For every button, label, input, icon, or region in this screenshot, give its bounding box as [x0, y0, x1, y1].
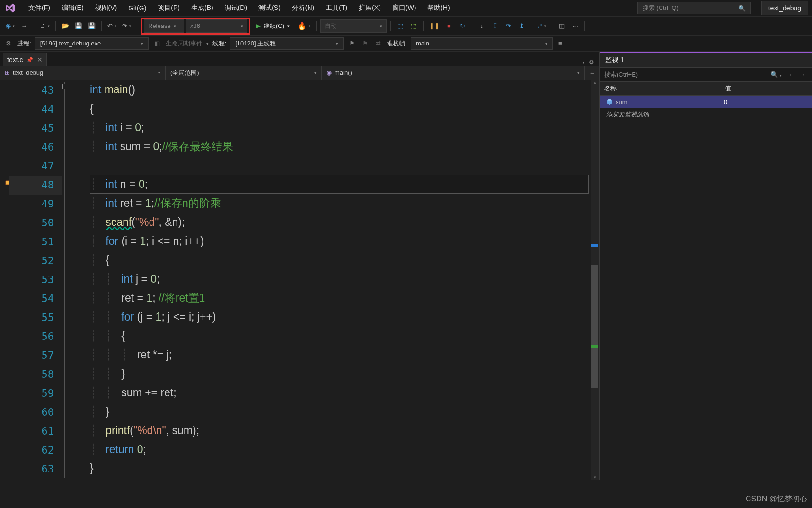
code-line[interactable]: ┊ ┊ int j = 0; — [90, 269, 589, 288]
line-number: 44 — [9, 100, 62, 119]
pause-button[interactable]: ❚❚ — [427, 20, 441, 32]
menu-item[interactable]: 视图(V) — [90, 2, 122, 14]
fold-gutter[interactable]: − — [62, 80, 90, 480]
watch-col-value[interactable]: 值 — [720, 82, 812, 95]
menu-item[interactable]: 帮助(H) — [423, 2, 454, 14]
debug-tool-a[interactable]: ⇄▾ — [535, 20, 548, 32]
menu-item[interactable]: 编辑(E) — [57, 2, 88, 14]
menu-item[interactable]: 文件(F) — [24, 2, 55, 14]
menu-item[interactable]: 扩展(X) — [354, 2, 386, 14]
open-file-button[interactable]: 📂 — [60, 20, 71, 32]
code-line[interactable]: ┊ int ret = 1;//保存n的阶乘 — [90, 194, 589, 213]
debug-tool-d[interactable]: ≡ — [589, 20, 600, 32]
stackframe-label: 堆栈帧: — [387, 39, 407, 48]
code-line[interactable]: ┊ ┊ ┊ ret *= j; — [90, 345, 589, 364]
menu-item[interactable]: 分析(N) — [287, 2, 319, 14]
menu-item[interactable]: 项目(P) — [153, 2, 185, 14]
auto-dropdown[interactable]: 自动▾ — [320, 19, 387, 33]
code-text-area[interactable]: int main(){┊ int i = 0;┊ int sum = 0;//保… — [90, 80, 589, 480]
search-icon[interactable]: 🔍▾ — [770, 71, 782, 78]
nav-project-dropdown[interactable]: ⊞text_debug ▾ — [0, 66, 166, 80]
code-line[interactable]: } — [90, 459, 589, 478]
fold-toggle-icon[interactable]: − — [62, 84, 68, 89]
lifecycle-icon[interactable]: ◧ — [152, 40, 162, 47]
code-line[interactable]: ┊ { — [90, 250, 589, 269]
menu-item[interactable]: 窗口(W) — [388, 2, 421, 14]
save-all-button[interactable]: 💾 — [86, 20, 97, 32]
code-line[interactable]: ┊ int i = 0; — [90, 118, 589, 137]
debug-tool-1[interactable]: ⬚ — [395, 20, 406, 32]
flag-icon-2[interactable]: ⚑ — [361, 40, 370, 47]
code-line[interactable]: ┊ printf("%d\n", sum); — [90, 421, 589, 440]
build-config-dropdown[interactable]: Release▾ — [144, 19, 184, 33]
code-line[interactable]: ┊ int sum = 0;//保存最终结果 — [90, 137, 589, 156]
tab-overflow-icon[interactable]: ▾ — [583, 60, 585, 65]
process-dropdown[interactable]: [5196] text_debug.exe▾ — [35, 37, 149, 50]
code-editor[interactable]: 4344454647484950515253545556575859606162… — [0, 80, 599, 480]
continue-button[interactable]: ▶ 继续(C) ▾ — [252, 19, 293, 33]
stop-button[interactable]: ■ — [443, 20, 455, 32]
show-next-stmt-button[interactable]: ↓ — [476, 20, 487, 32]
nav-scope-dropdown[interactable]: (全局范围)▾ — [166, 66, 322, 80]
tab-settings-icon[interactable]: ⚙ — [589, 59, 594, 66]
code-line[interactable]: ┊ ┊ sum += ret; — [90, 383, 589, 402]
menubar-search[interactable]: 搜索 (Ctrl+Q) 🔍 — [637, 2, 751, 14]
flag-icon[interactable]: ⚑ — [347, 40, 357, 47]
redo-button[interactable]: ↷▾ — [120, 20, 133, 32]
menu-item[interactable]: Git(G) — [124, 2, 151, 14]
menu-item[interactable]: 生成(B) — [186, 2, 218, 14]
next-icon[interactable]: → — [799, 71, 805, 78]
step-into-button[interactable]: ↧ — [489, 20, 501, 32]
menu-item[interactable]: 工具(T) — [321, 2, 352, 14]
stackframe-dropdown[interactable]: main▾ — [411, 37, 553, 50]
code-line[interactable]: ┊ ┊ ret = 1; //将ret置1 — [90, 288, 589, 307]
restart-button[interactable]: ↻ — [457, 20, 468, 32]
debug-tool-e[interactable]: ≡ — [602, 20, 613, 32]
tab-text-c[interactable]: text.c 📌 ✕ — [3, 53, 47, 66]
code-line[interactable]: ┊ } — [90, 402, 589, 421]
thread-dropdown[interactable]: [10120] 主线程▾ — [230, 37, 344, 50]
code-line[interactable]: ┊ ┊ } — [90, 364, 589, 383]
pin-icon[interactable]: 📌 — [26, 57, 33, 63]
thread-tool-icon[interactable]: ⇄ — [374, 40, 383, 47]
prev-icon[interactable]: ← — [788, 71, 794, 78]
new-item-button[interactable]: 🗋▾ — [38, 20, 52, 32]
menu-item[interactable]: 调试(D) — [220, 2, 252, 14]
debug-tool-2[interactable]: ⬚ — [408, 20, 419, 32]
nav-function-dropdown[interactable]: ◉main() ▾ — [322, 66, 585, 80]
toolbar-overflow-icon[interactable]: ≡ — [556, 40, 564, 47]
code-line[interactable]: ┊ ┊ { — [90, 326, 589, 345]
code-line[interactable]: ┊ for (i = 1; i <= n; i++) — [90, 232, 589, 250]
undo-button[interactable]: ↶▾ — [106, 20, 118, 32]
line-number-gutter: 4344454647484950515253545556575859606162… — [9, 80, 62, 480]
breakpoint-gutter[interactable] — [0, 80, 9, 480]
close-icon[interactable]: ✕ — [37, 56, 43, 63]
editor-scrollbar[interactable]: ▴ ▾ — [591, 80, 599, 480]
platform-dropdown[interactable]: x86▾ — [186, 19, 247, 33]
save-button[interactable]: 💾 — [73, 20, 84, 32]
nav-back-button[interactable]: ◉▾ — [4, 20, 17, 32]
settings-icon[interactable]: ⚙ — [4, 40, 13, 47]
code-line[interactable]: ┊ return 0; — [90, 440, 589, 459]
nav-fwd-button[interactable]: → — [18, 20, 30, 32]
split-editor-button[interactable]: ⫠ — [585, 69, 599, 76]
line-number: 48 — [9, 176, 62, 195]
line-number: 60 — [9, 403, 62, 422]
step-over-button[interactable]: ↷ — [503, 20, 514, 32]
code-line[interactable]: ┊ scanf("%d", &n); — [90, 213, 589, 232]
code-line[interactable]: int main() — [90, 80, 589, 99]
code-line[interactable]: ┊ ┊ for (j = 1; j <= i; j++) — [90, 307, 589, 326]
debug-tool-c[interactable]: ⋯ — [569, 20, 581, 32]
code-line[interactable] — [90, 156, 589, 175]
watch-row[interactable]: sum0 — [600, 96, 812, 108]
code-line[interactable]: { — [90, 99, 589, 118]
watch-add-item[interactable]: 添加要监视的项 — [600, 108, 812, 121]
code-line[interactable]: ┊ int n = 0; — [90, 175, 589, 194]
hot-reload-button[interactable]: 🔥▾ — [295, 20, 312, 32]
debug-tool-b[interactable]: ◫ — [556, 20, 567, 32]
watch-search[interactable]: 搜索(Ctrl+E) 🔍▾ ← → — [600, 68, 812, 82]
watch-col-name[interactable]: 名称 — [600, 82, 720, 95]
line-number: 53 — [9, 270, 62, 289]
menu-item[interactable]: 测试(S) — [254, 2, 285, 14]
step-out-button[interactable]: ↥ — [516, 20, 527, 32]
